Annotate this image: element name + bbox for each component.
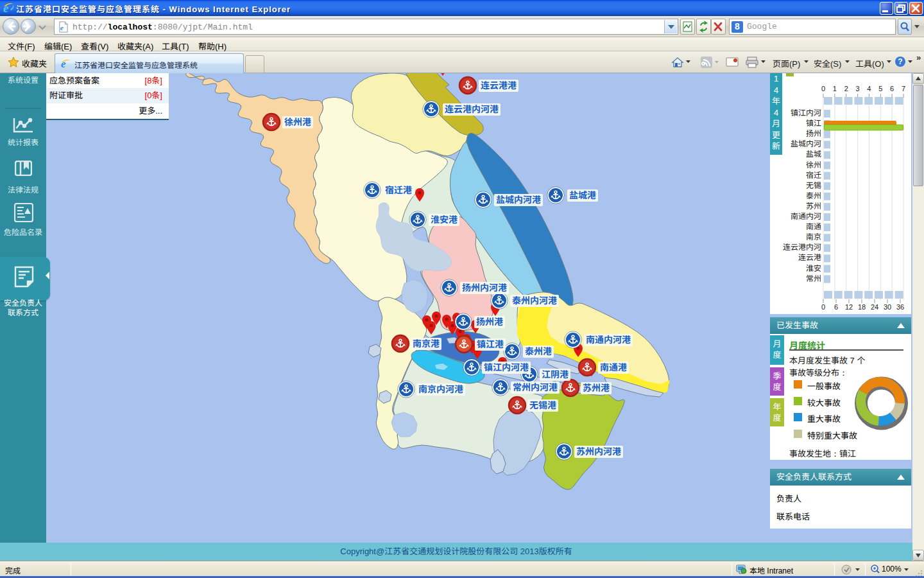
svg-text:苏州: 苏州 xyxy=(806,202,821,211)
svg-text:2: 2 xyxy=(844,85,848,92)
svg-text:镇江内河: 镇江内河 xyxy=(791,109,821,118)
svg-text:e: e xyxy=(60,24,64,31)
svg-text:24: 24 xyxy=(871,303,878,311)
svg-text:1: 1 xyxy=(833,85,837,92)
svg-text:常州: 常州 xyxy=(806,274,821,283)
svg-text:扬州: 扬州 xyxy=(806,129,821,138)
svg-text:18: 18 xyxy=(858,303,866,311)
svg-text:宿迁: 宿迁 xyxy=(806,171,821,180)
svg-text:南通内河: 南通内河 xyxy=(791,212,821,221)
svg-text:无锡: 无锡 xyxy=(806,181,821,190)
svg-text:盐城内河: 盐城内河 xyxy=(791,139,821,148)
svg-text:连云港: 连云港 xyxy=(798,253,821,262)
svg-text:南京: 南京 xyxy=(806,232,821,241)
svg-text:7: 7 xyxy=(902,85,905,92)
svg-text:12: 12 xyxy=(845,303,853,311)
svg-text:6: 6 xyxy=(890,85,894,92)
svg-text:南通: 南通 xyxy=(806,222,821,231)
svg-text:36: 36 xyxy=(896,303,904,311)
svg-text:连云港内河: 连云港内河 xyxy=(783,243,821,252)
svg-text:0: 0 xyxy=(821,303,825,311)
svg-text:淮安: 淮安 xyxy=(806,264,821,273)
svg-text:5: 5 xyxy=(878,85,882,92)
svg-text:3: 3 xyxy=(856,85,860,92)
svg-text:盐城: 盐城 xyxy=(806,150,821,159)
svg-text:0: 0 xyxy=(821,85,825,92)
svg-text:徐州: 徐州 xyxy=(806,161,821,170)
svg-text:6: 6 xyxy=(834,303,838,311)
svg-text:4: 4 xyxy=(867,85,871,92)
svg-text:30: 30 xyxy=(884,303,891,311)
svg-text:镇江: 镇江 xyxy=(806,119,821,128)
svg-text:泰州: 泰州 xyxy=(806,191,821,200)
svg-text:?: ? xyxy=(898,57,902,66)
